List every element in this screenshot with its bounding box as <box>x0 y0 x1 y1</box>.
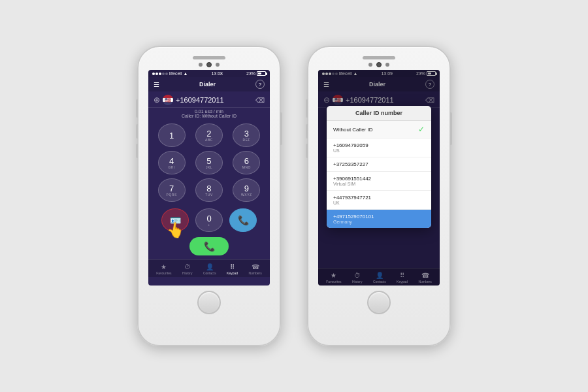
phone-action-button[interactable]: 📞 <box>229 208 257 232</box>
battery-percent: 23% <box>246 71 255 76</box>
dial-key-1[interactable]: 1 <box>158 123 186 147</box>
nav-label-numbers-2: Numbers <box>418 280 431 284</box>
phone-icon: 📞 <box>238 215 249 225</box>
battery-icon <box>257 71 266 76</box>
signal-dot <box>155 73 158 75</box>
phone-1-screen: lifecell ▲ 13:08 23% ☰ Dialer ? ⊕ 🇺🇸 <box>148 70 270 286</box>
backspace-button[interactable]: ⌫ <box>255 97 265 104</box>
nav-favourites[interactable]: ★ Favourites <box>156 263 171 275</box>
phone-2-screen: lifecell ▲ 13:09 23% ☰ Dialer ? ⊖ 🇺🇸 <box>318 70 440 286</box>
dial-key-8[interactable]: 8 TUV <box>195 178 223 202</box>
popup-item-number-1: +16094792059 <box>333 142 368 148</box>
home-button[interactable] <box>197 291 221 314</box>
keypad-icon: ⠿ <box>230 263 235 270</box>
dial-key-0[interactable]: 0 + <box>195 208 223 232</box>
add-contact-icon[interactable]: ⊕ <box>154 95 160 105</box>
star-icon: ★ <box>161 263 167 270</box>
top-sensors-2 <box>368 62 389 67</box>
popup-item-number-5: +4971529070101 <box>333 214 374 220</box>
sensor-dot <box>199 63 203 67</box>
bottom-nav: ★ Favourites ⏱ History 👤 Contacts ⠿ Keyp… <box>148 259 270 277</box>
signal-dot <box>162 73 165 75</box>
status-right: 23% <box>246 71 266 76</box>
popup-item-virtual[interactable]: +390691551442 Virtual SIM <box>327 172 431 191</box>
call-icon: 📞 <box>204 241 215 252</box>
numbers-icon: ☎ <box>252 263 259 270</box>
dial-key-6[interactable]: 6 MNO <box>233 151 260 174</box>
nav-keypad[interactable]: ⠿ Keypad <box>227 263 238 275</box>
wifi-icon: ▲ <box>183 71 188 76</box>
dial-key-9[interactable]: 9 WXYZ <box>233 178 260 202</box>
nav-numbers-2[interactable]: ☎ Numbers <box>418 272 431 284</box>
call-button-row: 📞 <box>148 235 270 259</box>
contacts-icon-2: 👤 <box>376 272 384 279</box>
nav-label-keypad-2: Keypad <box>397 280 408 284</box>
popup-item-us[interactable]: +16094792059 US <box>327 139 431 157</box>
popup-item-without-caller-id[interactable]: Without Caller ID ✓ <box>327 121 431 139</box>
popup-item-text-2: +16094792059 US <box>333 142 368 153</box>
nav-history[interactable]: ⏱ History <box>182 263 193 275</box>
signal-indicator <box>152 73 168 75</box>
nav-numbers[interactable]: ☎ Numbers <box>248 263 261 275</box>
history-icon-2: ⏱ <box>354 272 361 279</box>
dialpad: 1 2 ABC 3 DEF 4 GHI 5 JKL 6 MNO <box>148 120 270 206</box>
bottom-nav-2: ★ Favourites ⏱ History 👤 Contacts ⠿ Keyp… <box>318 268 440 286</box>
caller-id-label: Caller ID: Without Caller ID <box>148 114 270 118</box>
camera-lens <box>206 62 212 67</box>
carrier-label: lifecell <box>169 71 182 76</box>
help-button[interactable]: ? <box>255 80 265 89</box>
status-left: lifecell ▲ <box>152 71 188 76</box>
star-icon-2: ★ <box>331 272 336 279</box>
nav-bar: ☰ Dialer ? <box>148 77 270 91</box>
caller-id-popup[interactable]: Caller ID number Without Caller ID ✓ +16… <box>327 106 431 228</box>
caller-id-button[interactable]: 🪪 <box>161 208 189 232</box>
signal-dot <box>159 73 161 75</box>
id-card-icon: 🪪 <box>170 215 181 225</box>
nav-label-history: History <box>182 271 193 275</box>
nav-label-fav-2: Favourites <box>326 280 341 284</box>
nav-label-keypad: Keypad <box>227 271 238 275</box>
phone-number-display: +16094772011 <box>176 96 224 104</box>
dial-key-2[interactable]: 2 ABC <box>195 123 223 147</box>
number-input-area: ⊕ 🇺🇸 +16094772011 ⌫ <box>148 91 270 108</box>
help-icon: ? <box>259 82 261 88</box>
popup-item-37[interactable]: +37253357227 <box>327 157 431 172</box>
popup-overlay: Caller ID number Without Caller ID ✓ +16… <box>318 70 440 286</box>
popup-item-number-3: +390691551442 <box>333 176 371 182</box>
clock: 13:08 <box>211 71 223 76</box>
nav-history-2[interactable]: ⏱ History <box>352 272 363 284</box>
popup-item-sub-1: US <box>333 148 368 153</box>
sensor-dot-2a <box>368 63 372 67</box>
number-left: ⊕ 🇺🇸 +16094772011 <box>154 95 224 105</box>
popup-item-sub-4: UK <box>333 201 371 205</box>
nav-keypad-2[interactable]: ⠿ Keypad <box>397 272 408 284</box>
top-sensors <box>199 62 220 67</box>
menu-icon[interactable]: ☰ <box>154 81 159 88</box>
dial-key-4[interactable]: 4 GHI <box>158 151 186 174</box>
signal-dot <box>152 73 155 75</box>
nav-label-history-2: History <box>352 280 363 284</box>
vol-up-button-2[interactable] <box>306 124 308 139</box>
nav-contacts-2[interactable]: 👤 Contacts <box>373 272 386 284</box>
flag-us[interactable]: 🇺🇸 <box>163 95 173 105</box>
call-button[interactable]: 📞 <box>189 237 229 255</box>
phone-2: lifecell ▲ 13:09 23% ☰ Dialer ? ⊖ 🇺🇸 <box>307 46 451 346</box>
home-button-2[interactable] <box>367 291 391 314</box>
popup-item-text-3: +37253357227 <box>333 161 368 167</box>
sensor-dot-2b <box>385 63 389 67</box>
popup-item-uk[interactable]: +447937947721 UK <box>327 191 431 210</box>
vol-down-button-2[interactable] <box>306 144 308 158</box>
speaker-grille <box>193 56 225 59</box>
nav-favourites-2[interactable]: ★ Favourites <box>326 272 341 284</box>
vol-up-button[interactable] <box>136 124 138 139</box>
vol-down-button[interactable] <box>136 144 138 158</box>
action-row: 🪪 0 + 📞 <box>148 206 270 235</box>
dial-key-5[interactable]: 5 JKL <box>195 151 223 174</box>
nav-contacts[interactable]: 👤 Contacts <box>203 263 216 275</box>
popup-item-germany[interactable]: +4971529070101 Germany <box>327 210 431 228</box>
dial-key-7[interactable]: 7 PQRS <box>158 178 186 202</box>
camera-lens-2 <box>376 62 382 67</box>
status-bar: lifecell ▲ 13:08 23% <box>148 70 270 77</box>
rate-display: 0.01 usd / min Caller ID: Without Caller… <box>148 108 270 120</box>
dial-key-3[interactable]: 3 DEF <box>233 123 260 147</box>
